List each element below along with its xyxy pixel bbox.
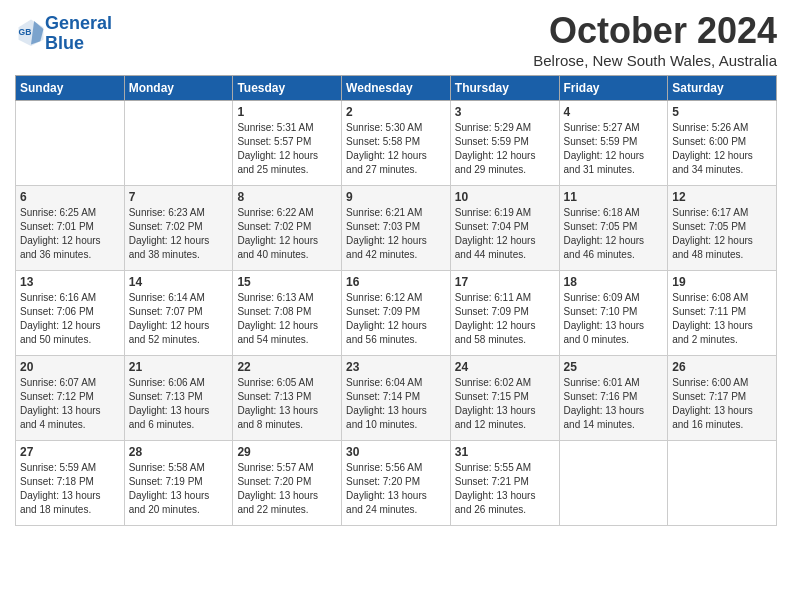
logo-icon: GB [17,18,45,46]
cell-details: Sunrise: 5:58 AMSunset: 7:19 PMDaylight:… [129,461,229,517]
day-number: 28 [129,445,229,459]
calendar-cell [16,101,125,186]
cell-details: Sunrise: 6:01 AMSunset: 7:16 PMDaylight:… [564,376,664,432]
calendar-cell: 22Sunrise: 6:05 AMSunset: 7:13 PMDayligh… [233,356,342,441]
calendar-cell: 27Sunrise: 5:59 AMSunset: 7:18 PMDayligh… [16,441,125,526]
calendar-cell: 15Sunrise: 6:13 AMSunset: 7:08 PMDayligh… [233,271,342,356]
calendar-cell: 29Sunrise: 5:57 AMSunset: 7:20 PMDayligh… [233,441,342,526]
calendar-cell [668,441,777,526]
day-number: 9 [346,190,446,204]
day-number: 23 [346,360,446,374]
calendar-week-row: 6Sunrise: 6:25 AMSunset: 7:01 PMDaylight… [16,186,777,271]
day-number: 31 [455,445,555,459]
calendar-cell: 19Sunrise: 6:08 AMSunset: 7:11 PMDayligh… [668,271,777,356]
cell-details: Sunrise: 5:55 AMSunset: 7:21 PMDaylight:… [455,461,555,517]
calendar-cell [559,441,668,526]
cell-details: Sunrise: 5:26 AMSunset: 6:00 PMDaylight:… [672,121,772,177]
page-header: GB General Blue October 2024 Belrose, Ne… [15,10,777,69]
day-number: 13 [20,275,120,289]
calendar-week-row: 1Sunrise: 5:31 AMSunset: 5:57 PMDaylight… [16,101,777,186]
calendar-cell: 20Sunrise: 6:07 AMSunset: 7:12 PMDayligh… [16,356,125,441]
cell-details: Sunrise: 6:23 AMSunset: 7:02 PMDaylight:… [129,206,229,262]
cell-details: Sunrise: 6:00 AMSunset: 7:17 PMDaylight:… [672,376,772,432]
logo-text: General Blue [45,14,112,54]
cell-details: Sunrise: 6:22 AMSunset: 7:02 PMDaylight:… [237,206,337,262]
title-block: October 2024 Belrose, New South Wales, A… [533,10,777,69]
day-number: 22 [237,360,337,374]
header-tuesday: Tuesday [233,76,342,101]
calendar-week-row: 27Sunrise: 5:59 AMSunset: 7:18 PMDayligh… [16,441,777,526]
calendar-cell: 5Sunrise: 5:26 AMSunset: 6:00 PMDaylight… [668,101,777,186]
header-wednesday: Wednesday [342,76,451,101]
day-number: 7 [129,190,229,204]
calendar-cell: 17Sunrise: 6:11 AMSunset: 7:09 PMDayligh… [450,271,559,356]
cell-details: Sunrise: 5:31 AMSunset: 5:57 PMDaylight:… [237,121,337,177]
day-number: 5 [672,105,772,119]
cell-details: Sunrise: 6:05 AMSunset: 7:13 PMDaylight:… [237,376,337,432]
day-number: 15 [237,275,337,289]
cell-details: Sunrise: 6:21 AMSunset: 7:03 PMDaylight:… [346,206,446,262]
cell-details: Sunrise: 6:25 AMSunset: 7:01 PMDaylight:… [20,206,120,262]
cell-details: Sunrise: 6:11 AMSunset: 7:09 PMDaylight:… [455,291,555,347]
month-title: October 2024 [533,10,777,52]
day-number: 4 [564,105,664,119]
calendar-cell: 30Sunrise: 5:56 AMSunset: 7:20 PMDayligh… [342,441,451,526]
cell-details: Sunrise: 5:30 AMSunset: 5:58 PMDaylight:… [346,121,446,177]
cell-details: Sunrise: 6:08 AMSunset: 7:11 PMDaylight:… [672,291,772,347]
calendar-cell: 28Sunrise: 5:58 AMSunset: 7:19 PMDayligh… [124,441,233,526]
cell-details: Sunrise: 6:07 AMSunset: 7:12 PMDaylight:… [20,376,120,432]
calendar-cell: 6Sunrise: 6:25 AMSunset: 7:01 PMDaylight… [16,186,125,271]
header-saturday: Saturday [668,76,777,101]
calendar-cell: 10Sunrise: 6:19 AMSunset: 7:04 PMDayligh… [450,186,559,271]
calendar-cell: 8Sunrise: 6:22 AMSunset: 7:02 PMDaylight… [233,186,342,271]
day-number: 27 [20,445,120,459]
calendar-cell: 24Sunrise: 6:02 AMSunset: 7:15 PMDayligh… [450,356,559,441]
calendar-header-row: SundayMondayTuesdayWednesdayThursdayFrid… [16,76,777,101]
calendar-cell [124,101,233,186]
calendar-cell: 1Sunrise: 5:31 AMSunset: 5:57 PMDaylight… [233,101,342,186]
day-number: 6 [20,190,120,204]
cell-details: Sunrise: 6:19 AMSunset: 7:04 PMDaylight:… [455,206,555,262]
calendar-cell: 4Sunrise: 5:27 AMSunset: 5:59 PMDaylight… [559,101,668,186]
header-friday: Friday [559,76,668,101]
day-number: 8 [237,190,337,204]
calendar-cell: 25Sunrise: 6:01 AMSunset: 7:16 PMDayligh… [559,356,668,441]
day-number: 21 [129,360,229,374]
calendar-cell: 3Sunrise: 5:29 AMSunset: 5:59 PMDaylight… [450,101,559,186]
day-number: 26 [672,360,772,374]
day-number: 14 [129,275,229,289]
cell-details: Sunrise: 5:27 AMSunset: 5:59 PMDaylight:… [564,121,664,177]
day-number: 25 [564,360,664,374]
day-number: 16 [346,275,446,289]
location-title: Belrose, New South Wales, Australia [533,52,777,69]
day-number: 29 [237,445,337,459]
day-number: 17 [455,275,555,289]
day-number: 1 [237,105,337,119]
svg-text:GB: GB [19,27,32,37]
calendar-week-row: 13Sunrise: 6:16 AMSunset: 7:06 PMDayligh… [16,271,777,356]
cell-details: Sunrise: 5:56 AMSunset: 7:20 PMDaylight:… [346,461,446,517]
calendar-cell: 11Sunrise: 6:18 AMSunset: 7:05 PMDayligh… [559,186,668,271]
logo: GB General Blue [15,14,112,54]
header-thursday: Thursday [450,76,559,101]
calendar-cell: 23Sunrise: 6:04 AMSunset: 7:14 PMDayligh… [342,356,451,441]
cell-details: Sunrise: 6:17 AMSunset: 7:05 PMDaylight:… [672,206,772,262]
cell-details: Sunrise: 6:04 AMSunset: 7:14 PMDaylight:… [346,376,446,432]
day-number: 2 [346,105,446,119]
day-number: 10 [455,190,555,204]
day-number: 18 [564,275,664,289]
cell-details: Sunrise: 6:09 AMSunset: 7:10 PMDaylight:… [564,291,664,347]
day-number: 30 [346,445,446,459]
day-number: 12 [672,190,772,204]
cell-details: Sunrise: 6:18 AMSunset: 7:05 PMDaylight:… [564,206,664,262]
cell-details: Sunrise: 5:59 AMSunset: 7:18 PMDaylight:… [20,461,120,517]
day-number: 19 [672,275,772,289]
cell-details: Sunrise: 5:29 AMSunset: 5:59 PMDaylight:… [455,121,555,177]
calendar-cell: 18Sunrise: 6:09 AMSunset: 7:10 PMDayligh… [559,271,668,356]
calendar-cell: 21Sunrise: 6:06 AMSunset: 7:13 PMDayligh… [124,356,233,441]
cell-details: Sunrise: 6:06 AMSunset: 7:13 PMDaylight:… [129,376,229,432]
calendar-cell: 13Sunrise: 6:16 AMSunset: 7:06 PMDayligh… [16,271,125,356]
cell-details: Sunrise: 6:14 AMSunset: 7:07 PMDaylight:… [129,291,229,347]
calendar-week-row: 20Sunrise: 6:07 AMSunset: 7:12 PMDayligh… [16,356,777,441]
cell-details: Sunrise: 5:57 AMSunset: 7:20 PMDaylight:… [237,461,337,517]
